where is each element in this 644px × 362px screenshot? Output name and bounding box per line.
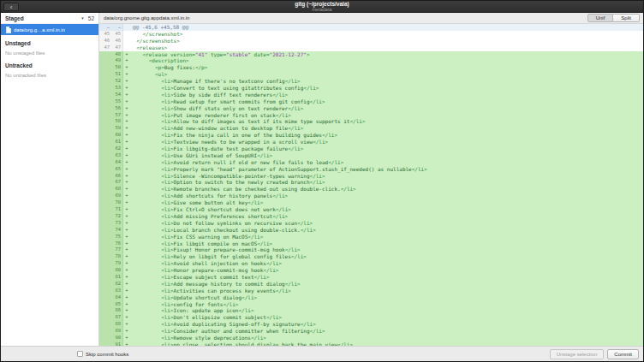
staged-file-item[interactable]: data/org.g…a.xml.in.in xyxy=(1,24,98,35)
diff-line[interactable]: 4747 <releases> xyxy=(99,45,643,51)
old-line-number xyxy=(99,301,111,308)
diff-line[interactable]: 78+ <li>Rely on libgit for global config… xyxy=(99,253,643,260)
diff-line[interactable]: 62+ <li>Fix libgitg-date test package fa… xyxy=(99,145,643,152)
diff-line[interactable]: 55+ <li>Read setup for smart commits fro… xyxy=(99,98,643,105)
diff-marker: + xyxy=(123,301,130,308)
commit-button[interactable]: Commit xyxy=(607,349,639,359)
diff-line[interactable]: 83+ <li>Activities can process key event… xyxy=(99,288,643,294)
diff-line[interactable]: 88+ <li>Avoid duplicating Signed-off-by … xyxy=(99,321,643,328)
diff-line[interactable]: 4545 </screenshot> xyxy=(99,31,643,38)
diff-line[interactable]: 81+ <li>Escape subject commit text</li> xyxy=(99,274,643,281)
diff-line[interactable]: 90+ <li>Remove style deprecations</li> xyxy=(99,335,643,341)
diff-line-text: <li>Consider author and committer when f… xyxy=(130,328,643,335)
diff-line[interactable]: 4646 </screenshots> xyxy=(99,38,643,45)
diff-line[interactable]: 86+ <li>Icon: update app icon</li> xyxy=(99,307,643,314)
diff-line[interactable]: 75+ <li>Fix CSS warning on MacOS</li> xyxy=(99,234,643,240)
new-line-number: 88 xyxy=(111,321,123,328)
old-line-number xyxy=(99,240,111,247)
diff-line[interactable]: 65+ <li>Properly mark "head" parameter o… xyxy=(99,166,643,173)
diff-marker: + xyxy=(123,260,130,267)
diff-line[interactable]: 82+ <li>Add message history to commit di… xyxy=(99,281,643,288)
diff-line[interactable]: 77+ <li>Fixup! Honor prepare-commit-msg … xyxy=(99,246,643,253)
old-line-number xyxy=(99,335,111,341)
diff-line[interactable]: 56+ <li>Show diff stats only on text ren… xyxy=(99,105,643,112)
diff-line[interactable]: 84+ <li>Update shortcut dialog</li> xyxy=(99,294,643,301)
old-line-number xyxy=(99,314,111,321)
diff-line-text: <li>Add message history to commit dialog… xyxy=(130,281,643,288)
diff-line[interactable]: 68+ <li>Remote branches can be checked o… xyxy=(99,186,643,193)
sidebar-section-staged[interactable]: Staged ▼ 52 xyxy=(1,13,98,24)
diff-marker: + xyxy=(123,246,130,253)
diff-line[interactable]: 73+ <li>Do not follow symlinks on recurs… xyxy=(99,220,643,227)
diff-line[interactable]: 50+ <p>Bug fixes:</p> xyxy=(99,64,643,71)
old-line-number xyxy=(99,267,111,274)
diff-marker xyxy=(123,24,130,31)
diff-line-text: <release version="41" type="stable" date… xyxy=(130,51,643,58)
old-line-number xyxy=(99,166,111,173)
sidebar-section-unstaged[interactable]: Unstaged xyxy=(1,38,98,48)
split-view-button[interactable]: Split xyxy=(613,14,640,22)
old-line-number xyxy=(99,118,111,125)
diff-line[interactable]: 53+ <li>Convert to text using gitattribu… xyxy=(99,85,643,92)
old-line-number xyxy=(99,51,111,58)
diff-line[interactable]: 72+ <li>Add missing Preferences shortcut… xyxy=(99,213,643,220)
diff-line[interactable]: 49+ <description> xyxy=(99,57,643,64)
diff-line[interactable]: 67+ <li>Option to switch to the newly cr… xyxy=(99,179,643,186)
diff-line[interactable]: 51+ <ul> xyxy=(99,71,643,78)
diff-line[interactable]: 48+ <release version="41" type="stable" … xyxy=(99,51,643,58)
diff-line[interactable]: 52+ <li>Manage if there's no textconv co… xyxy=(99,78,643,85)
unstage-selection-button[interactable]: Unstage selection xyxy=(550,349,605,359)
old-line-number xyxy=(99,220,111,227)
diff-marker: + xyxy=(123,64,130,71)
diff-marker: + xyxy=(123,166,130,173)
diff-line[interactable]: 87+ <li>Don't ellipsize commit subject</… xyxy=(99,314,643,321)
diff-line[interactable]: 79+ <li>Avoid shell injection on hooks</… xyxy=(99,260,643,267)
diff-line-text: <li>Fix libgit compile on macOS</li> xyxy=(130,240,643,247)
diff-line[interactable]: 74+ <li>Local branch checkout using doub… xyxy=(99,227,643,234)
diff-line[interactable]: 69+ <li>Add shortcuts for history panels… xyxy=(99,193,643,199)
diff-line[interactable]: 61+ <li>Textview needs to be wrapped in … xyxy=(99,139,643,145)
diff-line-text: <li>Textview needs to be wrapped in a sc… xyxy=(130,139,643,145)
diff-line-text: <li>Remove style deprecations</li> xyxy=(130,335,643,341)
skip-hooks-label: Skip commit hooks xyxy=(86,352,128,357)
diff-line-text: <li>Rely on libgit for global config fil… xyxy=(130,253,643,260)
new-line-number: 56 xyxy=(111,105,123,112)
diff-line[interactable]: 57+ <li>Put image renderer first on stac… xyxy=(99,112,643,119)
diff-line[interactable]: 58+ <li>Allow to diff images as text if … xyxy=(99,118,643,125)
back-button[interactable]: ‹ xyxy=(3,3,19,11)
diff-marker: + xyxy=(123,288,130,294)
checkbox-icon[interactable] xyxy=(77,351,83,357)
sidebar: Staged ▼ 52 data/org.g…a.xml.in.in Unsta… xyxy=(1,13,99,346)
chevron-down-icon[interactable]: ▼ xyxy=(80,16,84,21)
old-line-number: 46 xyxy=(99,38,111,45)
diff-file-path: data/org.gnome.gitg.appdata.xml.in.in xyxy=(104,15,584,21)
diff-content[interactable]: ……@@ -45,6 +45,58 @@4545 </screenshot>46… xyxy=(99,24,643,346)
diff-line[interactable]: 85+ <li>config for fonts</li> xyxy=(99,301,643,308)
staged-file-label: data/org.g…a.xml.in.in xyxy=(14,27,65,33)
new-line-number: 62 xyxy=(111,145,123,152)
diff-line[interactable]: 63+ <li>Use GUri instead of SoupURI</li> xyxy=(99,152,643,159)
unified-view-button[interactable]: Unif xyxy=(587,14,614,22)
diff-line[interactable]: 70+ <li>Give some button alt key</li> xyxy=(99,199,643,206)
diff-line[interactable]: 89+ <li>Consider author and committer wh… xyxy=(99,328,643,335)
diff-line[interactable]: 60+ <li>Fix the ninja call in one of the… xyxy=(99,132,643,139)
sidebar-section-untracked[interactable]: Untracked xyxy=(1,60,98,70)
diff-line[interactable]: 76+ <li>Fix libgit compile on macOS</li> xyxy=(99,240,643,247)
diff-line[interactable]: 66+ <li>Silence -Wincompatible-pointer-t… xyxy=(99,173,643,180)
new-line-number: 71 xyxy=(111,206,123,213)
old-line-number xyxy=(99,85,111,92)
diff-line[interactable]: 59+ <li>Add new-window action to desktop… xyxy=(99,125,643,132)
diff-line-text: <li>Local branch checkout using double-c… xyxy=(130,227,643,234)
diff-line[interactable]: 54+ <li>Side by side diff text renderers… xyxy=(99,92,643,98)
title-block: gitg (~/projects/vala) metadata xyxy=(295,1,349,12)
diff-line[interactable]: 64+ <li>Avoid return null if old or new … xyxy=(99,159,643,166)
skip-commit-hooks[interactable]: Skip commit hooks xyxy=(77,351,128,357)
old-line-number xyxy=(99,206,111,213)
old-line-number: 45 xyxy=(99,31,111,38)
diff-line[interactable]: 80+ <li>Honor prepare-commit-msg hook</l… xyxy=(99,267,643,274)
new-line-number: 46 xyxy=(111,38,123,45)
diff-line[interactable]: 71+ <li>Fix Ctrl+O shortcut does not wor… xyxy=(99,206,643,213)
old-line-number xyxy=(99,193,111,199)
diff-marker: + xyxy=(123,314,130,321)
diff-line-text: <p>Bug fixes:</p> xyxy=(130,64,643,71)
